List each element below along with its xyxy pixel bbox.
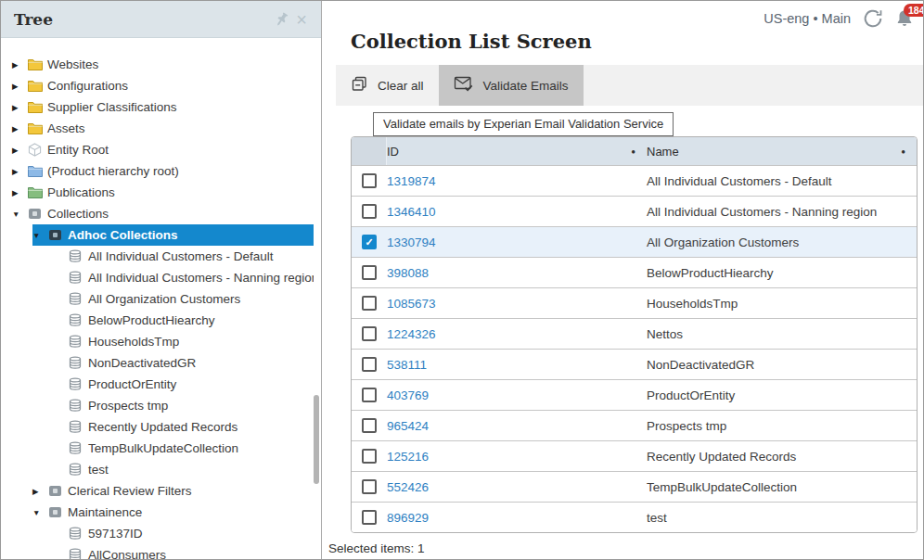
tree-item-recently-updated-records[interactable]: Recently Updated Records bbox=[1, 416, 314, 438]
pin-icon[interactable] bbox=[271, 9, 291, 30]
table-row-test[interactable]: 896929test bbox=[352, 502, 917, 532]
checkbox-cell bbox=[352, 319, 387, 349]
expand-icon[interactable]: ▶ bbox=[12, 60, 28, 70]
row-checkbox[interactable] bbox=[362, 388, 377, 402]
close-icon[interactable]: × bbox=[291, 9, 312, 30]
tree-item-maintainence[interactable]: ▼Maintainence bbox=[1, 502, 314, 523]
row-checkbox[interactable] bbox=[362, 418, 377, 433]
tree-item-label: AllConsumers bbox=[88, 548, 166, 559]
row-id-link[interactable]: 538111 bbox=[387, 358, 427, 372]
row-id-link[interactable]: 398088 bbox=[387, 266, 429, 280]
expand-icon[interactable]: ▶ bbox=[12, 146, 28, 155]
database-icon bbox=[69, 548, 88, 559]
tree-item-product-hierarchy-root[interactable]: ▶(Product hierarchy root) bbox=[1, 160, 314, 182]
row-name: NonDeactivatedGR bbox=[647, 358, 754, 372]
collapse-icon[interactable]: ▼ bbox=[32, 508, 48, 517]
row-checkbox[interactable] bbox=[362, 326, 377, 341]
table-row-productorentity[interactable]: 403769ProductOrEntity bbox=[352, 379, 917, 410]
row-id-link[interactable]: 552426 bbox=[387, 480, 429, 494]
table-row-all-individual-customers-default[interactable]: 1319874All Individual Customers - Defaul… bbox=[352, 165, 917, 196]
name-cell: Prospects tmp bbox=[647, 411, 917, 440]
row-checkbox[interactable] bbox=[362, 510, 377, 525]
tree-item-supplier-classifications[interactable]: ▶Supplier Classifications bbox=[1, 96, 314, 118]
expand-icon[interactable]: ▶ bbox=[12, 82, 28, 91]
row-checkbox[interactable]: ✓ bbox=[362, 235, 377, 249]
tree-item-clerical-review-filters[interactable]: ▶Clerical Review Filters bbox=[1, 480, 314, 502]
table-row-tempbulkupdatecollection[interactable]: 552426TempBulkUpdateCollection bbox=[352, 471, 917, 502]
tree-item-productorentity[interactable]: ProductOrEntity bbox=[1, 374, 314, 395]
collapse-icon[interactable]: ▼ bbox=[12, 210, 28, 219]
column-header-name[interactable]: Name ● bbox=[647, 137, 917, 165]
id-cell: 403769 bbox=[387, 380, 647, 410]
locale-label: US-eng bbox=[764, 11, 809, 26]
expand-icon[interactable]: ▶ bbox=[12, 188, 28, 197]
table-row-all-individual-customers-nanning-region[interactable]: 1346410All Individual Customers - Nannin… bbox=[352, 196, 917, 226]
row-id-link[interactable]: 1330794 bbox=[387, 235, 436, 249]
expand-icon[interactable]: ▶ bbox=[12, 167, 28, 176]
history-icon[interactable] bbox=[863, 8, 883, 29]
row-id-link[interactable]: 965424 bbox=[387, 419, 429, 433]
table-row-prospects-tmp[interactable]: 965424Prospects tmp bbox=[352, 410, 917, 440]
name-cell: NonDeactivatedGR bbox=[647, 350, 917, 379]
tree-scrollbar-thumb[interactable] bbox=[314, 395, 319, 484]
tree-item-adhoc-collections[interactable]: ▼Adhoc Collections bbox=[1, 224, 314, 246]
tree-item-prospects-tmp[interactable]: Prospects tmp bbox=[1, 395, 314, 416]
checkbox-cell bbox=[352, 472, 387, 502]
tree-item-websites[interactable]: ▶Websites bbox=[1, 54, 314, 75]
row-checkbox[interactable] bbox=[362, 296, 377, 311]
tree-item-configurations[interactable]: ▶Configurations bbox=[1, 75, 314, 96]
row-checkbox[interactable] bbox=[362, 479, 377, 494]
checkbox-cell bbox=[352, 288, 387, 318]
expand-icon[interactable]: ▶ bbox=[32, 487, 48, 496]
row-id-link[interactable]: 1346410 bbox=[387, 205, 436, 219]
row-id-link[interactable]: 125216 bbox=[387, 450, 429, 464]
row-checkbox[interactable] bbox=[362, 173, 377, 188]
expand-icon[interactable]: ▶ bbox=[12, 103, 28, 112]
tree-item-all-organization-customers[interactable]: All Organization Customers bbox=[1, 288, 314, 310]
tree-item-597137id[interactable]: 597137ID bbox=[1, 523, 314, 544]
row-id-link[interactable]: 403769 bbox=[387, 388, 429, 402]
id-cell: 398088 bbox=[387, 258, 647, 287]
tree-item-assets[interactable]: ▶Assets bbox=[1, 118, 314, 139]
row-id-link[interactable]: 896929 bbox=[387, 511, 429, 525]
row-checkbox[interactable] bbox=[362, 449, 377, 464]
clear-all-button[interactable]: Clear all bbox=[336, 65, 439, 106]
tree-item-collections[interactable]: ▼Collections bbox=[1, 203, 314, 224]
tree-item-label: Adhoc Collections bbox=[68, 228, 178, 242]
tree-item-entity-root[interactable]: ▶Entity Root bbox=[1, 139, 314, 160]
tree-item-householdstmp[interactable]: HouseholdsTmp bbox=[1, 331, 314, 352]
folder-yellow-icon bbox=[28, 101, 47, 114]
tree-item-tempbulkupdatecollection[interactable]: TempBulkUpdateCollection bbox=[1, 438, 314, 459]
table-row-nondeactivatedgr[interactable]: 538111NonDeactivatedGR bbox=[352, 349, 917, 379]
tree-item-publications[interactable]: ▶Publications bbox=[1, 182, 314, 203]
table-row-belowproducthiearchy[interactable]: 398088BelowProductHiearchy bbox=[352, 257, 917, 287]
row-id-link[interactable]: 1224326 bbox=[387, 327, 436, 341]
table-row-all-organization-customers[interactable]: ✓1330794All Organization Customers bbox=[352, 226, 917, 257]
tree-item-belowproducthiearchy[interactable]: BelowProductHiearchy bbox=[1, 310, 314, 331]
row-checkbox[interactable] bbox=[362, 265, 377, 280]
collapse-icon[interactable]: ▼ bbox=[32, 231, 48, 240]
row-checkbox[interactable] bbox=[362, 204, 377, 219]
tree-item-nondeactivatedgr[interactable]: NonDeactivatedGR bbox=[1, 352, 314, 374]
id-cell: 1085673 bbox=[387, 288, 647, 318]
tree-item-test[interactable]: test bbox=[1, 459, 314, 480]
row-id-link[interactable]: 1085673 bbox=[387, 297, 436, 311]
tree-item-all-individual-customers-default[interactable]: All Individual Customers - Default bbox=[1, 246, 314, 267]
table-row-recently-updated-records[interactable]: 125216Recently Updated Records bbox=[352, 440, 917, 471]
tree-item-label: NonDeactivatedGR bbox=[88, 356, 196, 370]
row-checkbox[interactable] bbox=[362, 357, 377, 372]
column-menu-dot-icon[interactable]: ● bbox=[901, 147, 905, 156]
expand-icon[interactable]: ▶ bbox=[12, 124, 28, 134]
column-header-id-label: ID bbox=[387, 145, 399, 159]
table-row-nettos[interactable]: 1224326Nettos bbox=[352, 318, 917, 349]
row-id-link[interactable]: 1319874 bbox=[387, 174, 436, 188]
column-menu-dot-icon[interactable]: ● bbox=[631, 147, 635, 156]
notifications-bell-icon[interactable]: 184 bbox=[895, 9, 914, 28]
notification-count-badge: 184 bbox=[904, 4, 924, 18]
table-row-householdstmp[interactable]: 1085673HouseholdsTmp bbox=[352, 287, 917, 318]
tree-item-allconsumers[interactable]: AllConsumers bbox=[1, 544, 314, 559]
database-icon bbox=[69, 463, 88, 477]
tree-item-all-individual-customers-nanning-region[interactable]: All Individual Customers - Nanning regio… bbox=[1, 267, 314, 288]
validate-emails-button[interactable]: Validate Emails bbox=[439, 65, 584, 106]
column-header-id[interactable]: ID ● bbox=[387, 137, 647, 165]
